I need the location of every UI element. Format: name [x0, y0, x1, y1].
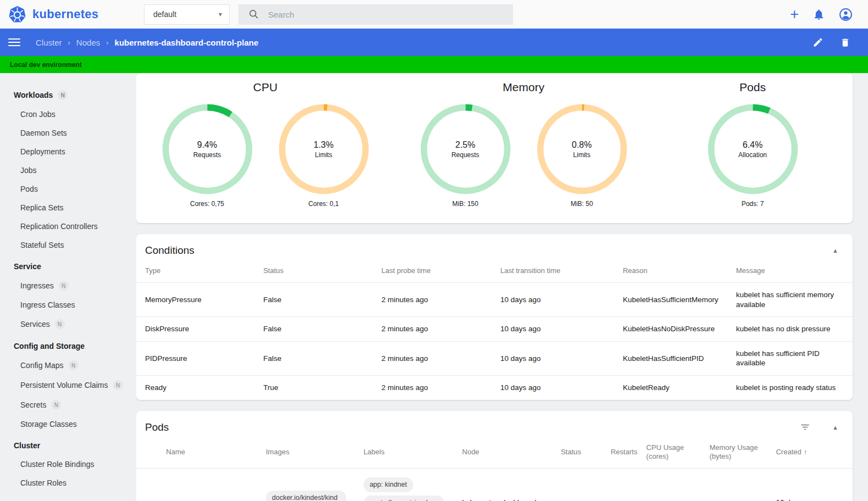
col-status: Status	[254, 261, 372, 283]
sidebar-item-cron-jobs[interactable]: Cron Jobs	[0, 105, 136, 124]
col-actions	[824, 438, 853, 469]
conditions-title: Conditions	[145, 244, 827, 257]
sidebar-section-workloads[interactable]: Workloads N	[0, 85, 136, 105]
sidebar-item-services[interactable]: Services N	[0, 314, 136, 334]
sidebar-item-config-maps[interactable]: Config Maps N	[0, 355, 136, 375]
pods-table: Name Images Labels Node Status Restarts …	[136, 438, 853, 501]
sidebar-nav: Workloads N Cron Jobs Daemon Sets Deploy…	[0, 73, 136, 501]
col-status-dot	[136, 438, 157, 469]
breadcrumb-nodes[interactable]: Nodes	[76, 38, 100, 47]
donut-footer: MiB: 50	[537, 200, 627, 208]
namespaced-badge: N	[69, 360, 79, 370]
donut-label: Requests	[193, 151, 221, 159]
item-label: Replica Sets	[20, 203, 64, 212]
condition-reason: KubeletHasSufficientMemory	[614, 283, 727, 317]
namespace-selector[interactable]: default ▾	[144, 4, 230, 25]
sidebar-item-ingresses[interactable]: Ingresses N	[0, 276, 136, 296]
kubernetes-dashboard: kubernetes default ▾ +	[0, 0, 868, 501]
menu-hamburger-icon[interactable]	[8, 36, 20, 48]
col-last-transition-time: Last transition time	[492, 261, 614, 283]
sidebar-section-service[interactable]: Service	[0, 257, 136, 276]
filter-icon[interactable]	[800, 422, 810, 432]
sidebar-item-replication-controllers[interactable]: Replication Controllers	[0, 217, 136, 236]
sidebar-item-storage-classes[interactable]: Storage Classes	[0, 415, 136, 433]
sidebar-item-cluster-roles[interactable]: Cluster Roles	[0, 474, 136, 492]
sidebar-item-cluster-role-bindings[interactable]: Cluster Role Bindings	[0, 455, 136, 474]
brand[interactable]: kubernetes	[0, 5, 136, 24]
sidebar-section-config-storage[interactable]: Config and Storage	[0, 337, 136, 355]
user-account-icon[interactable]	[839, 8, 853, 21]
condition-type: PIDPressure	[136, 341, 254, 375]
pods-section-title: Pods	[145, 421, 800, 433]
col-type: Type	[136, 261, 254, 283]
sidebar-item-daemon-sets[interactable]: Daemon Sets	[0, 124, 136, 142]
sidebar-section-cluster[interactable]: Cluster	[0, 436, 136, 455]
donut-footer: Cores: 0,75	[162, 200, 253, 208]
condition-message: kubelet has no disk pressure	[727, 317, 853, 342]
sidebar-item-deployments[interactable]: Deployments	[0, 142, 136, 161]
donut-label: Limits	[573, 151, 590, 159]
item-label: Cron Jobs	[20, 110, 55, 119]
sidebar-item-replica-sets[interactable]: Replica Sets	[0, 198, 136, 217]
donut-value: 9.4%	[197, 140, 217, 150]
condition-last-probe: 2 minutes ago	[372, 341, 491, 375]
donut-footer: Pods: 7	[708, 200, 798, 208]
chevron-down-icon: ▾	[219, 10, 222, 18]
kubernetes-logo-icon	[8, 5, 26, 24]
pods-allocation-donut: 6.4% Allocation Pods: 7	[708, 104, 798, 208]
row-actions-kebab-icon[interactable]: ⋮	[824, 469, 853, 501]
section-label: Workloads	[14, 91, 53, 99]
condition-last-transition: 10 days ago	[492, 283, 614, 317]
collapse-card-icon[interactable]: ▲	[827, 424, 844, 431]
notifications-bell-icon[interactable]	[813, 8, 825, 21]
conditions-header-row: Type Status Last probe time Last transit…	[136, 261, 853, 283]
condition-status: True	[254, 375, 372, 399]
item-label: Daemon Sets	[20, 129, 67, 137]
namespaced-badge: N	[58, 90, 68, 100]
sidebar-item-persistent-volume-claims[interactable]: Persistent Volume Claims N	[0, 375, 136, 395]
donut-label: Requests	[452, 151, 480, 159]
col-status: Status	[552, 438, 602, 469]
collapse-card-icon[interactable]: ▲	[827, 247, 844, 254]
edit-pencil-icon[interactable]	[813, 37, 824, 48]
breadcrumb-separator-icon: ›	[106, 38, 108, 47]
sidebar-item-jobs[interactable]: Jobs	[0, 161, 136, 180]
pod-node: kubernetes-dashboard-control-plane	[453, 469, 552, 501]
col-images: Images	[257, 438, 355, 469]
conditions-table: Type Status Last probe time Last transit…	[136, 261, 853, 400]
cpu-limits-donut: 1.3% Limits Cores: 0,1	[279, 104, 369, 208]
condition-message: kubelet has sufficient memory available	[727, 283, 853, 317]
memory-requests-donut: 2.5% Requests MiB: 150	[420, 104, 511, 208]
namespace-value: default	[153, 10, 176, 19]
search-input[interactable]	[268, 10, 477, 19]
item-label: Services	[20, 320, 50, 329]
sidebar-item-stateful-sets[interactable]: Stateful Sets	[0, 236, 136, 254]
pod-restarts: 5	[602, 469, 638, 501]
create-resource-icon[interactable]: +	[790, 7, 799, 22]
sidebar-item-pods[interactable]: Pods	[0, 180, 136, 198]
col-node: Node	[453, 438, 552, 469]
donut-footer: Cores: 0,1	[279, 200, 369, 208]
cpu-allocation-group: CPU 9.4% Requests Cores: 0,75	[136, 79, 394, 208]
item-label: Deployments	[20, 147, 65, 156]
sidebar-item-ingress-classes[interactable]: Ingress Classes	[0, 296, 136, 314]
cpu-title: CPU	[253, 81, 277, 94]
memory-limits-donut: 0.8% Limits MiB: 50	[537, 104, 627, 208]
pod-label-chip: controller-revision-hash: 58f5b657b8	[364, 496, 445, 501]
search-bar[interactable]	[238, 4, 513, 25]
condition-type: MemoryPressure	[136, 283, 254, 317]
condition-last-probe: 2 minutes ago	[372, 375, 491, 399]
allocation-overview-card: CPU 9.4% Requests Cores: 0,75	[136, 73, 853, 223]
delete-trash-icon[interactable]	[840, 37, 850, 48]
condition-type: DiskPressure	[136, 317, 254, 342]
pods-allocation-group: Pods 6.4% Allocation Pods: 7	[653, 79, 853, 208]
donut-value: 0.8%	[572, 140, 592, 150]
pod-image-chip: docker.io/kindest/kindnetd:v20230511-dc7…	[266, 491, 346, 501]
namespaced-badge: N	[51, 400, 61, 410]
col-last-probe-time: Last probe time	[372, 261, 491, 283]
col-created[interactable]: Created↑	[767, 438, 824, 469]
sidebar-item-secrets[interactable]: Secrets N	[0, 395, 136, 415]
breadcrumb-cluster[interactable]: Cluster	[36, 38, 62, 47]
conditions-card: Conditions ▲ Type Status Last probe time…	[136, 234, 853, 400]
pod-cpu-usage: -	[637, 469, 700, 501]
